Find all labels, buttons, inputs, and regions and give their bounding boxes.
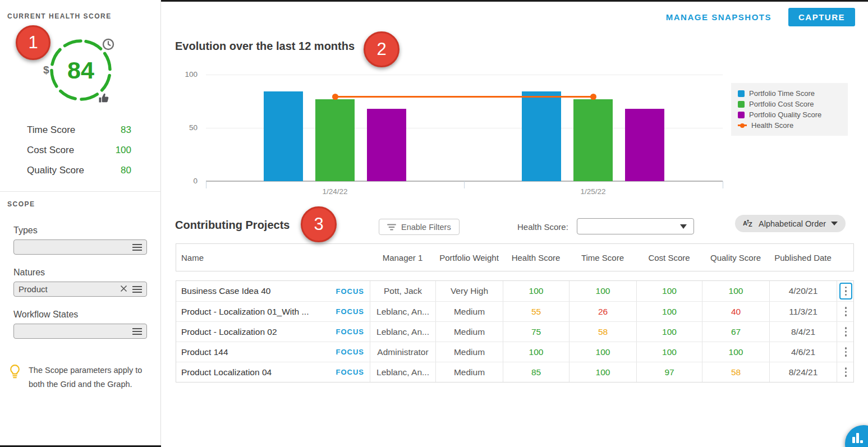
x-axis-tick [464, 181, 465, 188]
row-menu-button[interactable] [845, 347, 847, 357]
scope-filter-input[interactable]: Product [13, 282, 147, 297]
health-score-cell: 100 [503, 281, 569, 301]
sort-az-icon: A Z [743, 219, 754, 228]
published-date-cell: 4/20/21 [769, 281, 837, 301]
scope-filter-value: Product [19, 284, 115, 294]
sort-order-button[interactable]: A Z Alphabetical Order [735, 215, 846, 232]
row-menu-button[interactable] [845, 327, 847, 337]
focus-link[interactable]: FOCUS [336, 348, 365, 356]
capture-button[interactable]: CAPTURE [788, 8, 855, 26]
chevron-down-icon [831, 222, 838, 225]
column-header-published-date[interactable]: Published Date [769, 252, 837, 263]
row-actions-cell [837, 342, 855, 362]
scope-filter-types: Types [13, 225, 147, 255]
filter-icon [387, 224, 396, 231]
column-header-manager-1[interactable]: Manager 1 [370, 252, 435, 263]
table-row[interactable]: Product Localization 04FOCUSLeblanc, An.… [176, 362, 853, 382]
published-date-cell: 11/3/21 [769, 302, 837, 321]
legend-label: Portfolio Cost Score [749, 100, 814, 108]
enable-filters-label: Enable Filters [401, 223, 451, 232]
clear-icon[interactable] [120, 284, 127, 294]
annotation-badge-3: 3 [301, 206, 337, 242]
row-actions-cell [837, 302, 855, 321]
thumbs-up-icon [98, 93, 109, 104]
evolution-chart: 1/24/221/25/22 [206, 75, 723, 181]
health-score-line [335, 96, 593, 98]
legend-swatch [738, 90, 745, 97]
svg-text:A: A [743, 220, 747, 227]
project-name-cell: Product - Localization 01_With ...FOCUS [176, 302, 370, 321]
header-actions: MANAGE SNAPSHOTS CAPTURE [666, 8, 855, 26]
published-date-cell: 8/24/21 [769, 362, 837, 382]
list-picker-icon[interactable] [132, 244, 142, 251]
chart-fab-button[interactable] [845, 425, 868, 447]
row-menu-button[interactable] [839, 283, 853, 300]
x-axis-tick [723, 181, 723, 188]
portfolio-weight-cell: Very High [435, 281, 503, 301]
x-axis-tick [206, 181, 206, 188]
legend-item: Portfolio Cost Score [738, 100, 841, 108]
portfolio-weight-cell: Medium [435, 342, 503, 362]
published-date-cell: 4/6/21 [769, 342, 837, 362]
table-row[interactable]: Product - Localization 02FOCUSLeblanc, A… [176, 321, 853, 342]
enable-filters-button[interactable]: Enable Filters [379, 219, 460, 235]
column-header-health-score[interactable]: Health Score [503, 252, 569, 263]
scope-filter-input[interactable] [13, 239, 147, 255]
scope-filter-input[interactable] [13, 324, 147, 339]
column-header-cost-score[interactable]: Cost Score [636, 252, 702, 263]
project-name: Product Localization 04 [181, 367, 272, 377]
svg-text:Z: Z [748, 221, 752, 228]
manager-cell: Administrator [370, 342, 435, 362]
annotation-badge-1: 1 [16, 25, 50, 60]
focus-link[interactable]: FOCUS [336, 307, 365, 316]
portfolio-health-dashboard: { "sidebar": { "health_title": "CURRENT … [0, 0, 868, 447]
list-picker-icon[interactable] [132, 286, 142, 293]
column-header-quality-score[interactable]: Quality Score [702, 252, 769, 263]
score-label: Cost Score [27, 145, 74, 156]
sidebar-divider [0, 191, 161, 192]
bar-portfolio-quality-score [625, 109, 664, 181]
y-tick-label: 100 [171, 70, 198, 79]
sidebar: CURRENT HEALTH SCORE 84 $ Time Score83Co… [0, 0, 161, 447]
focus-link[interactable]: FOCUS [336, 368, 365, 376]
y-tick-label: 0 [171, 177, 198, 185]
bar-portfolio-time-score [522, 91, 561, 181]
column-header-time-score[interactable]: Time Score [569, 252, 636, 263]
table-row[interactable]: Product - Localization 01_With ...FOCUSL… [176, 301, 853, 321]
row-actions-cell [837, 362, 855, 382]
focus-link[interactable]: FOCUS [336, 287, 365, 296]
focus-link[interactable]: FOCUS [336, 328, 365, 336]
manager-cell: Leblanc, An... [370, 322, 435, 342]
legend-label: Health Score [751, 121, 793, 130]
quality-score-cell: 40 [702, 302, 769, 321]
kebab-icon [845, 327, 847, 337]
time-score-cell: 100 [569, 281, 636, 301]
published-date-cell: 8/4/21 [769, 322, 837, 342]
project-name: Business Case Idea 40 [181, 286, 270, 296]
cost-score-cell: 97 [636, 362, 702, 382]
list-picker-icon[interactable] [132, 328, 142, 335]
project-name: Product - Localization 02 [181, 327, 277, 337]
health-score-cell: 75 [503, 322, 569, 342]
row-menu-button[interactable] [845, 307, 847, 316]
score-summary-list: Time Score83Cost Score100Quality Score80 [27, 125, 131, 185]
health-score-filter-dropdown[interactable] [577, 218, 694, 234]
time-score-cell: 100 [569, 342, 636, 362]
legend-label: Portfolio Time Score [749, 89, 815, 98]
row-menu-button[interactable] [845, 367, 847, 377]
column-header-portfolio-weight[interactable]: Portfolio Weight [435, 252, 503, 263]
manage-snapshots-link[interactable]: MANAGE SNAPSHOTS [666, 12, 771, 22]
annotation-badge-2: 2 [364, 31, 399, 67]
health-score-cell: 55 [503, 302, 569, 321]
table-row[interactable]: Business Case Idea 40FOCUSPott, JackVery… [176, 281, 853, 301]
column-header-name[interactable]: Name [176, 252, 370, 263]
legend-item: Portfolio Time Score [738, 89, 841, 98]
cost-score-cell: 100 [636, 281, 702, 301]
project-name-cell: Product Localization 04FOCUS [176, 362, 370, 382]
legend-line-swatch [738, 125, 747, 126]
bar-portfolio-time-score [264, 91, 303, 181]
table-row[interactable]: Product 144FOCUSAdministratorMedium10010… [176, 342, 853, 362]
scope-filter-workflow-states: Workflow States [13, 310, 147, 339]
score-row: Time Score83 [27, 125, 131, 136]
clock-icon [102, 38, 115, 51]
